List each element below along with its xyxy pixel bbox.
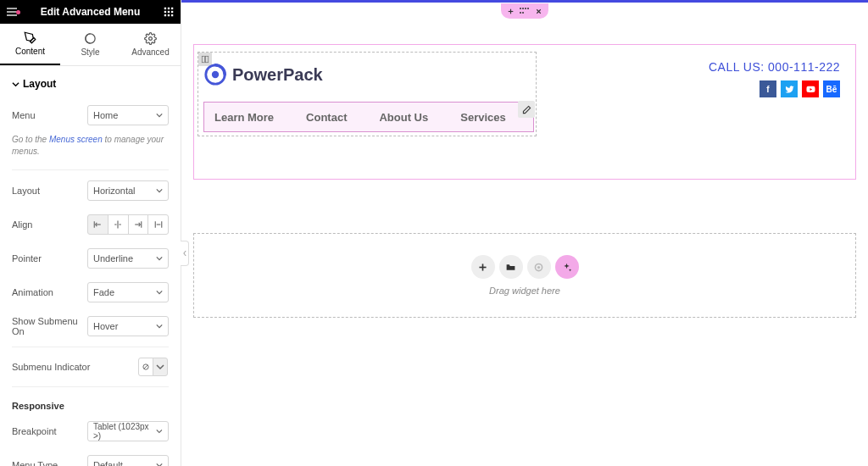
- section-layout-toggle[interactable]: Layout: [12, 66, 169, 98]
- logo-text: PowerPack: [232, 65, 323, 85]
- animation-label: Animation: [12, 287, 87, 297]
- align-right-button[interactable]: [128, 214, 149, 235]
- align-justify-button[interactable]: [147, 214, 169, 235]
- chevron-down-icon: [156, 187, 163, 194]
- show-submenu-label: Show Submenu On: [12, 316, 87, 336]
- drop-hint-text: Drag widget here: [489, 286, 560, 296]
- breakpoint-select[interactable]: Tablet (1023px >): [87, 421, 169, 441]
- align-left-button[interactable]: [87, 214, 108, 235]
- svg-rect-30: [202, 56, 204, 63]
- align-label: Align: [12, 219, 87, 230]
- svg-rect-5: [171, 8, 173, 9]
- layout-label: Layout: [12, 186, 87, 196]
- svg-point-38: [537, 265, 540, 268]
- powerpack-templates-button[interactable]: [527, 255, 551, 279]
- chevron-down-icon: [156, 323, 163, 330]
- align-center-icon: [113, 219, 123, 230]
- menu-select[interactable]: Home: [87, 105, 169, 125]
- svg-rect-8: [171, 11, 173, 13]
- call-us-text: CALL US: 000-111-222: [709, 60, 840, 74]
- powerpack-logo-icon: [203, 63, 227, 86]
- submenu-indicator-label: Submenu Indicator: [12, 362, 138, 372]
- sparkle-icon: [561, 262, 572, 273]
- behance-icon[interactable]: Bē: [823, 80, 840, 97]
- logo: PowerPack: [203, 63, 323, 86]
- preview-section[interactable]: PowerPack Learn More Contact About Us Se…: [193, 44, 856, 180]
- panel-menu-button[interactable]: [0, 5, 24, 19]
- menu-type-label: Menu Type: [12, 460, 87, 466]
- widgets-grid-button[interactable]: [157, 6, 181, 18]
- youtube-icon[interactable]: [802, 80, 819, 97]
- advanced-menu-widget[interactable]: Learn More Contact About Us Services: [203, 102, 534, 132]
- svg-point-33: [212, 71, 219, 78]
- submenu-indicator-none-button[interactable]: [138, 358, 153, 376]
- align-right-icon: [133, 219, 143, 230]
- panel-title: Edit Advanced Menu: [24, 6, 157, 18]
- powerpack-icon: [533, 262, 544, 273]
- tab-advanced[interactable]: Advanced: [120, 24, 181, 65]
- menus-screen-link[interactable]: Menus screen: [49, 135, 103, 144]
- tab-content[interactable]: Content: [0, 24, 60, 65]
- twitter-icon[interactable]: [781, 80, 798, 97]
- empty-section-dropzone[interactable]: Drag widget here: [193, 233, 856, 318]
- section-top-border: [181, 0, 868, 3]
- align-left-icon: [92, 219, 103, 230]
- ai-button[interactable]: [555, 255, 579, 279]
- svg-rect-10: [168, 14, 170, 16]
- pointer-label: Pointer: [12, 253, 87, 264]
- menu-type-select[interactable]: Default: [87, 455, 169, 466]
- drag-handle-icon[interactable]: [520, 8, 530, 14]
- collapse-panel-button[interactable]: [181, 241, 189, 266]
- submenu-indicator-icon-button[interactable]: [153, 358, 168, 376]
- editor-tabs: Content Style Advanced: [0, 24, 181, 66]
- responsive-subheader: Responsive: [12, 391, 169, 414]
- close-icon[interactable]: [535, 8, 542, 15]
- plus-icon[interactable]: [507, 8, 515, 15]
- chevron-down-icon: [156, 462, 163, 466]
- chevron-left-icon: [182, 249, 187, 258]
- notification-dot: [16, 10, 20, 14]
- folder-icon: [505, 262, 516, 273]
- add-template-button[interactable]: [499, 255, 523, 279]
- preview-canvas: PowerPack Learn More Contact About Us Se…: [181, 0, 868, 466]
- svg-rect-3: [164, 8, 166, 9]
- svg-rect-31: [206, 56, 209, 63]
- menu-item[interactable]: Services: [460, 111, 506, 124]
- layout-select[interactable]: Horizontal: [87, 180, 169, 201]
- chevron-down-icon: [156, 112, 163, 119]
- caret-down-icon: [12, 80, 19, 88]
- svg-rect-11: [171, 14, 173, 16]
- breakpoint-label: Breakpoint: [12, 426, 87, 436]
- align-choose: [87, 214, 169, 235]
- facebook-icon[interactable]: f: [760, 80, 776, 97]
- editor-topbar: Edit Advanced Menu: [0, 0, 181, 24]
- svg-rect-7: [168, 11, 170, 13]
- svg-rect-6: [164, 11, 166, 13]
- align-justify-icon: [153, 219, 164, 230]
- plus-icon: [477, 262, 488, 273]
- chevron-down-icon: [156, 255, 163, 262]
- svg-line-25: [144, 365, 147, 369]
- menu-label: Menu: [12, 110, 87, 120]
- animation-select[interactable]: Fade: [87, 282, 169, 302]
- social-icons: f Bē: [760, 80, 840, 97]
- svg-rect-4: [168, 8, 170, 9]
- pointer-select[interactable]: Underline: [87, 248, 169, 269]
- section-toolbar: [501, 3, 548, 19]
- tab-style[interactable]: Style: [60, 24, 120, 65]
- menu-item[interactable]: About Us: [379, 111, 428, 124]
- chevron-down-icon: [156, 363, 164, 371]
- chevron-down-icon: [156, 428, 163, 435]
- preview-column[interactable]: PowerPack Learn More Contact About Us Se…: [198, 52, 537, 136]
- menu-item[interactable]: Contact: [306, 111, 347, 124]
- chevron-down-icon: [156, 289, 163, 296]
- edit-widget-button[interactable]: [518, 101, 535, 118]
- submenu-indicator-control: [138, 358, 169, 376]
- align-center-button[interactable]: [108, 214, 129, 235]
- add-widget-button[interactable]: [471, 255, 495, 279]
- menu-item[interactable]: Learn More: [214, 111, 274, 124]
- show-submenu-select[interactable]: Hover: [87, 316, 169, 336]
- pencil-icon: [522, 105, 531, 114]
- svg-point-13: [149, 37, 153, 41]
- ban-icon: [142, 363, 150, 371]
